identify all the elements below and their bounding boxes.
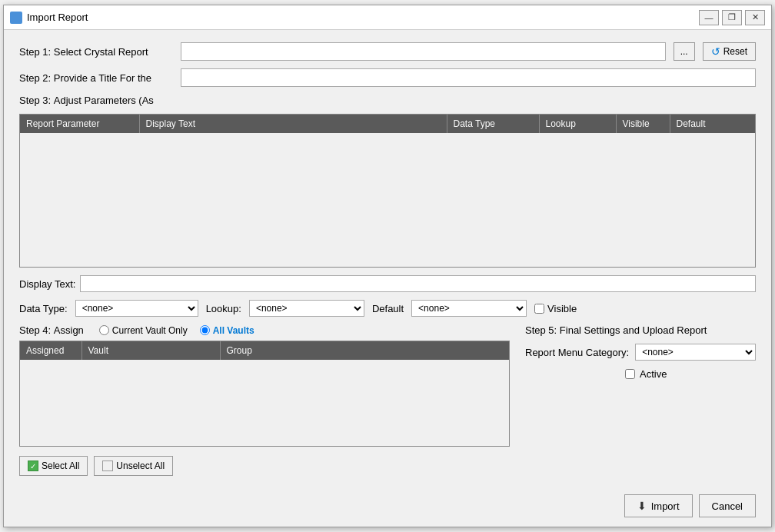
display-text-label: Display Text: [19,278,75,290]
visible-label: Visible [547,303,577,314]
col-vault: Vault [81,341,220,360]
assign-buttons: ✓ Select All Unselect All [19,456,510,476]
cancel-button[interactable]: Cancel [699,494,756,517]
bottom-section: Step 4: Assign Current Vault Only All Va… [19,324,756,476]
step2-label: Step 2: Provide a Title For the [19,72,173,84]
import-report-window: Import Report — ❐ ✕ Step 1: Select Cryst… [3,5,772,527]
display-text-input[interactable] [80,275,756,292]
titlebar-buttons: — ❐ ✕ [699,10,765,25]
vault-radio-group: Current Vault Only All Vaults [99,325,254,336]
assign-table-container: Assigned Vault Group [19,341,510,447]
title-input[interactable] [181,68,756,87]
step1-label: Step 1: Select Crystal Report [19,46,173,58]
step1-row: Step 1: Select Crystal Report ... ↺ Rese… [19,42,756,61]
col-assigned: Assigned [20,341,81,360]
all-vaults-option[interactable]: All Vaults [200,325,254,336]
display-text-row: Display Text: [19,275,756,292]
close-button[interactable]: ✕ [745,10,765,25]
titlebar: Import Report — ❐ ✕ [4,5,771,30]
active-label: Active [640,368,667,380]
data-type-row: Data Type: <none> Lookup: <none> Default… [19,300,756,317]
params-table: Report Parameter Display Text Data Type … [20,115,755,133]
step3-label: Step 3: Adjust Parameters (As [19,95,756,106]
active-row: Active [525,368,756,380]
import-icon: ⬇ [637,500,647,512]
select-all-icon: ✓ [28,461,38,471]
category-label: Report Menu Category: [525,347,629,358]
bottom-buttons: ⬇ Import Cancel [4,488,771,527]
step5-area: Step 5: Final Settings and Upload Report… [525,324,756,476]
assign-table: Assigned Vault Group [20,341,509,360]
category-row: Report Menu Category: <none> [525,344,756,361]
reset-icon: ↺ [711,45,720,58]
col-display-text: Display Text [139,115,447,133]
col-lookup: Lookup [539,115,616,133]
lookup-select[interactable]: <none> [249,300,364,317]
step5-label: Step 5: Final Settings and Upload Report [525,324,756,336]
visible-checkbox[interactable] [534,304,544,314]
current-vault-option[interactable]: Current Vault Only [99,325,188,336]
step4-header: Step 4: Assign Current Vault Only All Va… [19,324,510,336]
col-default: Default [670,115,755,133]
col-group: Group [220,341,509,360]
data-type-label: Data Type: [19,303,68,314]
lookup-label: Lookup: [206,303,241,314]
main-content: Step 1: Select Crystal Report ... ↺ Rese… [4,30,771,488]
all-vaults-radio[interactable] [200,325,210,335]
browse-button[interactable]: ... [674,42,695,61]
step4-area: Step 4: Assign Current Vault Only All Va… [19,324,510,476]
select-all-button[interactable]: ✓ Select All [19,456,88,476]
data-type-select[interactable]: <none> [75,300,198,317]
col-report-parameter: Report Parameter [20,115,139,133]
col-visible: Visible [616,115,670,133]
unselect-all-button[interactable]: Unselect All [94,456,173,476]
active-checkbox[interactable] [625,369,635,379]
step4-label: Step 4: Assign [19,324,84,336]
step2-row: Step 2: Provide a Title For the [19,68,756,87]
minimize-button[interactable]: — [699,10,719,25]
window-title: Import Report [27,12,699,23]
crystal-report-input[interactable] [181,42,666,61]
import-button[interactable]: ⬇ Import [624,494,693,517]
category-select[interactable]: <none> [635,344,756,361]
default-select[interactable]: <none> [411,300,527,317]
reset-button[interactable]: ↺ Reset [703,42,756,61]
col-data-type: Data Type [447,115,539,133]
default-label: Default [372,303,404,314]
params-table-container: Report Parameter Display Text Data Type … [19,114,756,268]
unselect-all-icon [102,461,113,471]
current-vault-radio[interactable] [99,325,109,335]
window-icon [10,12,22,24]
visible-checkbox-row: Visible [534,303,577,314]
restore-button[interactable]: ❐ [722,10,742,25]
